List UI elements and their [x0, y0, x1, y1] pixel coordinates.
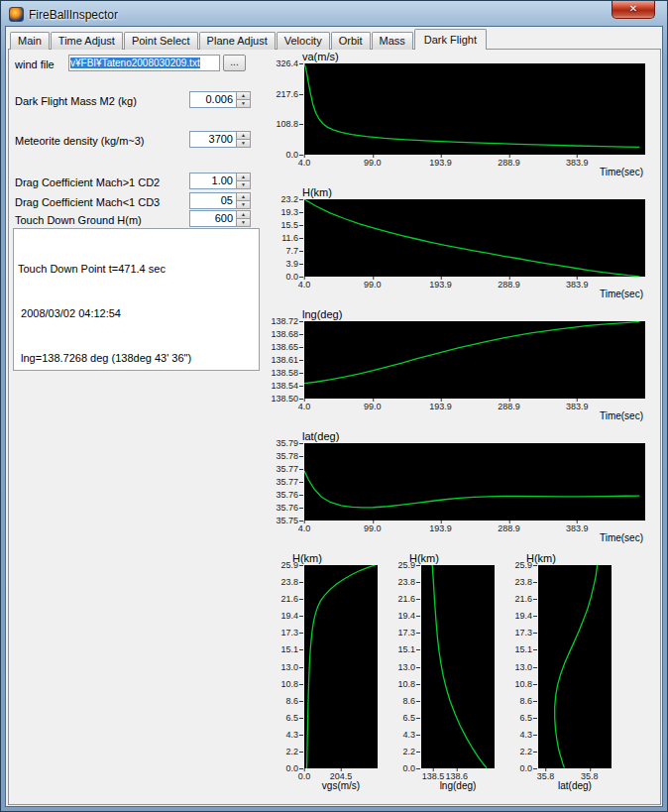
tab-main[interactable]: Main — [10, 32, 50, 50]
x-tick-label: 99.0 — [364, 158, 382, 168]
wind-file-input[interactable]: v¥FBI¥Tateno2008030209.txt — [68, 55, 220, 71]
x-tick-label: 35.8 — [581, 771, 599, 781]
chart-lat-vs-time: lat(deg)35.7535.7635.7635.7735.7735.7835… — [265, 430, 645, 544]
cd3-input[interactable]: 05 — [189, 192, 236, 209]
tab-time-adjust[interactable]: Time Adjust — [51, 32, 123, 50]
chart-y-axis: 0.02.24.36.58.610.813.015.117.319.421.62… — [512, 565, 538, 768]
spin-down-button[interactable]: ▼ — [236, 219, 251, 227]
x-tick-label: 288.9 — [498, 523, 520, 533]
ground-h-input[interactable]: 600 — [189, 210, 236, 227]
chart-body: 0.03.97.711.615.519.323.2 — [265, 199, 645, 277]
plot-area — [304, 565, 378, 768]
y-tick-label: 4.3 — [285, 730, 298, 740]
chart-y-axis: 35.7535.7635.7635.7735.7735.7835.79 — [265, 443, 304, 521]
spin-down-button[interactable]: ▼ — [236, 181, 251, 189]
spin-up-button[interactable]: ▲ — [236, 173, 251, 181]
tab-dark-flight[interactable]: Dark Flight — [414, 29, 487, 50]
ground-h-spinner: 600 ▲▼ — [189, 210, 251, 227]
y-tick-label: 19.4 — [280, 611, 298, 621]
tab-point-select[interactable]: Point Select — [124, 32, 198, 50]
wind-file-value: v¥FBI¥Tateno2008030209.txt — [70, 58, 200, 68]
y-tick-label: 21.6 — [514, 594, 532, 604]
chart-xlabel: Time(sec) — [265, 410, 645, 422]
app-icon[interactable] — [9, 7, 24, 22]
y-tick-label: 35.77 — [276, 464, 298, 474]
x-tick-label: 4.0 — [298, 523, 311, 533]
spin-down-button[interactable]: ▼ — [236, 140, 251, 148]
touch-down-result-box[interactable]: Touch Down Point t=471.4 sec 2008/03/02 … — [13, 228, 260, 371]
x-tick-label: 193.9 — [429, 523, 452, 533]
spin-up-button[interactable]: ▲ — [236, 91, 251, 100]
x-tick-label: 4.0 — [298, 280, 311, 290]
y-tick-label: 25.9 — [514, 560, 532, 570]
y-tick-label: 2.2 — [402, 747, 415, 756]
result-line: Touch Down Point t=471.4 sec — [18, 262, 255, 277]
y-tick-label: 6.5 — [285, 713, 298, 723]
chart-h-vs-time: H(km)0.03.97.711.615.519.323.24.099.0193… — [265, 186, 645, 300]
mass-input[interactable]: 0.006 — [189, 91, 236, 108]
chart-xlabel: vgs(m/s) — [304, 780, 378, 792]
y-tick-label: 13.0 — [514, 662, 532, 672]
y-tick-label: 25.9 — [280, 560, 298, 570]
chart-x-axis: 4.099.0193.9288.9383.9 — [304, 277, 645, 289]
chart-lng-vs-time: lng(deg)138.50138.54138.58138.61138.6513… — [265, 308, 645, 422]
spin-down-button[interactable]: ▼ — [236, 100, 251, 108]
chart-body: 138.50138.54138.58138.61138.65138.68138.… — [265, 321, 645, 399]
y-tick-label: 4.3 — [519, 730, 532, 740]
chart-body: 35.7535.7635.7635.7735.7735.7835.79 — [265, 443, 645, 521]
chart-x-axis: 4.099.0193.9288.9383.9 — [304, 521, 645, 532]
y-tick-label: 25.9 — [397, 560, 415, 570]
y-tick-label: 35.75 — [276, 516, 298, 525]
tab-strip: Main Time Adjust Point Select Plane Adju… — [8, 29, 661, 50]
y-tick-label: 138.50 — [271, 394, 298, 404]
tab-mass[interactable]: Mass — [372, 32, 413, 50]
x-tick-label: 99.0 — [364, 523, 382, 533]
y-tick-label: 35.77 — [276, 477, 298, 487]
x-tick-label: 4.0 — [298, 158, 311, 168]
x-tick-label: 288.9 — [498, 280, 520, 290]
tab-velocity[interactable]: Velocity — [277, 32, 330, 50]
y-tick-label: 138.58 — [271, 368, 298, 378]
close-button[interactable]: ✕ — [612, 1, 655, 19]
y-tick-label: 6.5 — [402, 713, 415, 723]
x-tick-label: 193.9 — [429, 402, 452, 411]
client-area: Main Time Adjust Point Select Plane Adju… — [5, 26, 663, 807]
y-tick-label: 0.0 — [285, 763, 298, 773]
spin-up-button[interactable]: ▲ — [236, 131, 251, 140]
y-tick-label: 23.2 — [280, 194, 298, 204]
chart-ylabel: H(km) — [292, 552, 378, 565]
dark-flight-page: wind file v¥FBI¥Tateno2008030209.txt ...… — [8, 49, 661, 805]
density-input[interactable]: 3700 — [189, 131, 236, 148]
y-tick-label: 8.6 — [285, 696, 298, 706]
y-tick-label: 8.6 — [402, 696, 415, 706]
title-bar[interactable]: FireBallInspector ✕ — [5, 1, 663, 26]
cd3-spinner: 05 ▲▼ — [189, 192, 251, 209]
y-tick-label: 138.72 — [271, 316, 298, 326]
chart-ylabel: H(km) — [302, 186, 645, 199]
y-tick-label: 23.8 — [514, 577, 532, 587]
tab-plane-adjust[interactable]: Plane Adjust — [199, 32, 276, 50]
spin-up-button[interactable]: ▲ — [236, 210, 251, 219]
tab-orbit[interactable]: Orbit — [331, 32, 371, 50]
chart-h-vs-lng: H(km)0.02.24.36.58.610.813.015.117.319.4… — [395, 552, 495, 792]
x-tick-label: 193.9 — [429, 280, 452, 290]
y-tick-label: 2.2 — [519, 747, 532, 756]
spin-down-button[interactable]: ▼ — [236, 201, 251, 209]
browse-button[interactable]: ... — [223, 55, 246, 71]
y-tick-label: 217.6 — [276, 89, 298, 99]
cd2-input[interactable]: 1.00 — [189, 173, 236, 189]
y-tick-label: 17.3 — [280, 628, 298, 638]
chart-body: 0.02.24.36.58.610.813.015.117.319.421.62… — [278, 565, 378, 768]
y-tick-label: 19.3 — [280, 207, 298, 217]
chart-ylabel: lng(deg) — [302, 308, 645, 321]
y-tick-label: 15.5 — [280, 220, 298, 230]
y-tick-label: 19.4 — [514, 611, 532, 621]
y-tick-label: 108.8 — [276, 119, 298, 129]
chart-x-axis: 35.835.8 — [538, 768, 612, 780]
cd2-label: Drag Coefficient Mach>1 CD2 — [15, 176, 160, 188]
spin-up-button[interactable]: ▲ — [236, 192, 251, 201]
chart-x-axis: 4.099.0193.9288.9383.9 — [304, 399, 645, 410]
y-tick-label: 21.6 — [397, 594, 415, 604]
y-tick-label: 17.3 — [514, 628, 532, 638]
chart-y-axis: 0.02.24.36.58.610.813.015.117.319.421.62… — [395, 565, 421, 768]
